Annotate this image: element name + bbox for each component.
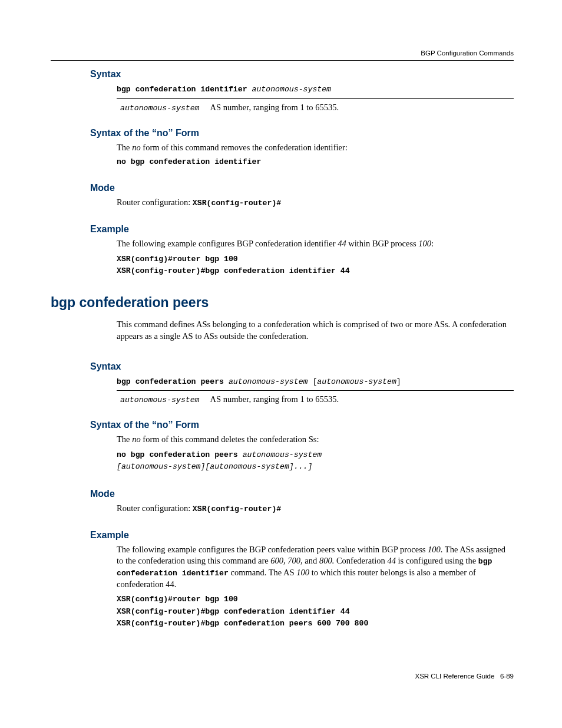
ex2-h: 44 (387, 556, 396, 565)
footer-doc: XSR CLI Reference Guide (415, 673, 495, 680)
section-heading-mode: Mode (90, 183, 514, 193)
section-heading-example: Example (90, 224, 514, 235)
syn2-i1: autonomous-system (229, 377, 308, 386)
param-name2: autonomous-system (120, 396, 200, 404)
ex1-b: 44 (338, 239, 346, 248)
cmd2-intro: This command defines ASs belonging to a … (117, 319, 514, 342)
ex1-a: The following example configures BGP con… (117, 239, 338, 248)
cmd2-intro-text: This command defines ASs belonging to a … (117, 319, 514, 342)
ex2-b: 100 (428, 545, 441, 554)
mode-text: Router configuration: XSR(config-router)… (117, 197, 514, 209)
mode2-mono: XSR(config-router)# (193, 505, 281, 513)
footer-page: 6-89 (500, 673, 514, 680)
code-line: XSR(config)#router bgp 100 (117, 594, 514, 605)
mode-mono: XSR(config-router)# (193, 199, 281, 207)
ex1-e: : (431, 239, 434, 248)
header-breadcrumb: BGP Configuration Commands (51, 50, 514, 57)
section-heading-example2: Example (90, 530, 514, 541)
noform-intro: The no form of this command removes the … (117, 142, 514, 167)
page-footer: XSR CLI Reference Guide 6-89 (415, 673, 514, 680)
code-line: XSR(config-router)#bgp confederation ide… (117, 606, 514, 618)
noform-post: form of this command removes the confede… (141, 143, 348, 152)
example-code: XSR(config)#router bgp 100 XSR(config-ro… (117, 253, 514, 278)
section-heading-noform2: Syntax of the “no” Form (90, 420, 514, 430)
mode-pre: Router configuration: (117, 197, 193, 207)
param-divider2 (117, 390, 514, 391)
ex2-i: is configured using the (396, 556, 478, 565)
noform-ital: no (132, 143, 141, 152)
example2-intro: The following example configures the BGP… (117, 544, 514, 591)
header-rule (51, 60, 514, 61)
ex2-d: 600, 700, (270, 556, 302, 565)
section-heading-noform: Syntax of the “no” Form (90, 128, 514, 139)
nf2-post: form of this command deletes the confede… (141, 434, 319, 444)
example2-code: XSR(config)#router bgp 100 XSR(config-ro… (117, 594, 514, 630)
code-line: XSR(config)#router bgp 100 (117, 253, 514, 265)
section-heading-mode2: Mode (90, 489, 514, 499)
syn2-bold: bgp confederation peers (117, 377, 229, 386)
nf2-l2d: autonomous-system (210, 462, 289, 471)
noform2-intro: The no form of this command deletes the … (117, 434, 514, 473)
ex2-g: Confederation (334, 556, 387, 565)
ex2-k: command. The AS (229, 568, 296, 577)
ex2-a: The following example configures the BGP… (117, 545, 428, 554)
nf2-l1b: no bgp confederation peers (117, 450, 243, 459)
param-row: autonomous-system AS number, ranging fro… (120, 103, 514, 113)
syntax-cmd-ital: autonomous-system (252, 85, 332, 94)
page: BGP Configuration Commands Syntax bgp co… (0, 0, 562, 728)
nf2-l2b: autonomous-system (121, 462, 201, 471)
ex2-e: and (303, 556, 319, 565)
ex1-c: within BGP process (346, 239, 419, 248)
code-line: XSR(config-router)#bgp confederation ide… (117, 265, 514, 277)
ex2-f: 800. (319, 556, 334, 565)
mode2-text: Router configuration: XSR(config-router)… (117, 503, 514, 515)
param-row2: autonomous-system AS number, ranging fro… (120, 394, 514, 404)
example-intro: The following example configures BGP con… (117, 238, 514, 250)
syntax-line: bgp confederation identifier autonomous-… (117, 83, 514, 95)
noform-pre: The (117, 143, 132, 152)
ex1-d: 100 (418, 239, 431, 248)
nf2-pre: The (117, 434, 132, 444)
mode2-pre: Router configuration: (117, 503, 193, 513)
syn2-end: ] (396, 377, 401, 386)
param-divider (117, 98, 514, 99)
syntax-cmd-bold: bgp confederation identifier (117, 85, 252, 94)
noform-cmd: no bgp confederation identifier (117, 157, 514, 167)
nf2-l2a: [ (117, 462, 121, 471)
noform2-code: no bgp confederation peers autonomous-sy… (117, 449, 514, 473)
section-heading-syntax2: Syntax (90, 361, 514, 372)
syn2-i2: autonomous-system (317, 377, 396, 386)
code-line: XSR(config-router)#bgp confederation pee… (117, 618, 514, 630)
section-heading-syntax: Syntax (90, 69, 514, 80)
command-title: bgp confederation peers (51, 295, 514, 311)
param-desc: AS number, ranging from 1 to 65535. (210, 103, 339, 113)
nf2-ital: no (132, 434, 141, 444)
syn2-mid: [ (308, 377, 317, 386)
ex2-l: 100 (296, 568, 309, 577)
nf2-l1i: autonomous-system (243, 450, 322, 459)
param-name: autonomous-system (120, 104, 200, 113)
param-desc2: AS number, ranging from 1 to 65535. (210, 394, 339, 404)
syntax2-line: bgp confederation peers autonomous-syste… (117, 375, 514, 387)
nf2-l2c: ][ (200, 462, 210, 471)
nf2-l2e: ]...] (289, 462, 313, 471)
